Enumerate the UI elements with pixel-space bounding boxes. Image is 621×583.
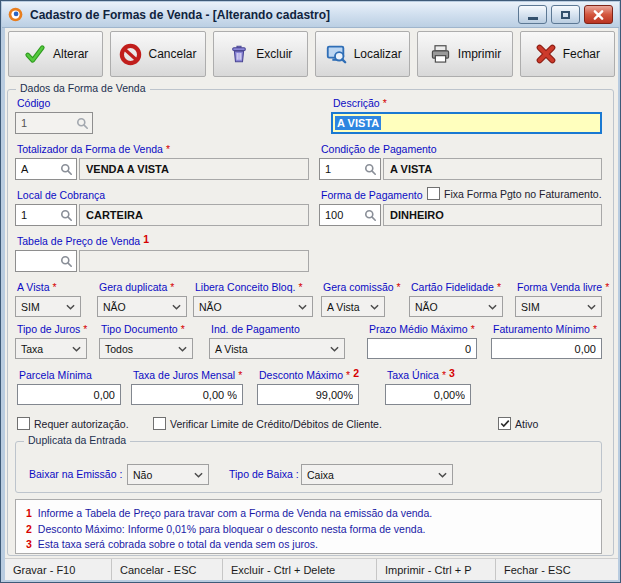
excluir-button[interactable]: Excluir bbox=[213, 31, 308, 77]
ind-pagamento-label: Ind. de Pagamento bbox=[211, 323, 300, 335]
forma-venda-livre-label: Forma Venda livre* bbox=[517, 281, 609, 293]
window-title: Cadastro de Formas de Venda - [Alterando… bbox=[30, 8, 518, 22]
chevron-down-icon bbox=[330, 346, 339, 352]
local-cobranca-desc: CARTEIRA bbox=[79, 204, 309, 226]
condicao-desc: A VISTA bbox=[383, 158, 602, 180]
tipo-juros-select[interactable]: Taxa bbox=[15, 338, 87, 359]
cancelar-button[interactable]: Cancelar bbox=[110, 31, 205, 77]
tipo-documento-label: Tipo Documento* bbox=[101, 323, 185, 335]
forma-venda-livre-select[interactable]: SIM bbox=[515, 296, 602, 317]
verificar-limite-checkbox[interactable] bbox=[153, 417, 166, 430]
maximize-button[interactable] bbox=[551, 5, 580, 24]
chevron-down-icon bbox=[178, 346, 187, 352]
verificar-limite-label: Verificar Limite de Crédito/Débitos de C… bbox=[170, 418, 382, 430]
libera-conceito-label: Libera Conceito Bloq.* bbox=[195, 281, 303, 293]
descricao-selected-text: A VISTA bbox=[335, 116, 381, 130]
descricao-input[interactable]: A VISTA bbox=[331, 112, 602, 134]
close-button[interactable] bbox=[584, 5, 613, 24]
maximize-icon bbox=[561, 11, 570, 19]
localizar-button[interactable]: Localizar bbox=[315, 31, 410, 77]
fixa-forma-checkbox[interactable] bbox=[427, 187, 440, 200]
localizar-label: Localizar bbox=[354, 47, 402, 61]
chevron-down-icon bbox=[66, 304, 75, 310]
local-cobranca-code-field[interactable]: 1 bbox=[15, 204, 77, 226]
gera-comissao-select[interactable]: A Vista bbox=[321, 296, 385, 317]
excluir-label: Excluir bbox=[256, 47, 292, 61]
ativo-label: Ativo bbox=[515, 418, 538, 430]
search-monitor-icon bbox=[324, 43, 348, 65]
status-gravar: Gravar - F10 bbox=[5, 559, 112, 580]
note-line-2: 2Desconto Máximo: Informe 0,01% para blo… bbox=[26, 522, 601, 538]
totalizador-code-field[interactable]: A bbox=[15, 158, 77, 180]
search-icon[interactable] bbox=[60, 209, 73, 222]
condicao-code: 1 bbox=[325, 163, 331, 175]
gera-duplicata-select[interactable]: NÃO bbox=[97, 296, 187, 317]
fechar-button[interactable]: Fechar bbox=[520, 31, 615, 77]
ind-pagamento-select[interactable]: A Vista bbox=[209, 338, 345, 359]
tipo-baixa-label: Tipo de Baixa : bbox=[229, 468, 299, 480]
app-logo-icon bbox=[8, 7, 23, 22]
baixar-emissao-select[interactable]: Não bbox=[127, 464, 209, 485]
faturamento-minimo-input[interactable] bbox=[491, 338, 602, 359]
tabela-preco-code-field[interactable] bbox=[15, 250, 77, 272]
chevron-down-icon bbox=[72, 346, 81, 352]
search-icon[interactable] bbox=[76, 117, 89, 130]
tipo-documento-select[interactable]: Todos bbox=[99, 338, 193, 359]
fixa-forma-label: Fixa Forma Pgto no Faturamento. bbox=[444, 188, 602, 200]
minimize-button[interactable] bbox=[518, 5, 547, 24]
condicao-code-field[interactable]: 1 bbox=[319, 158, 381, 180]
tipo-baixa-select[interactable]: Caixa bbox=[301, 464, 453, 485]
local-cobranca-label: Local de Cobrança bbox=[17, 189, 105, 201]
ativo-row: Ativo bbox=[498, 417, 538, 430]
faturamento-minimo-label: Faturamento Mínimo* bbox=[493, 323, 597, 335]
chevron-down-icon bbox=[438, 472, 447, 478]
search-icon[interactable] bbox=[364, 163, 377, 176]
fixa-forma-checkbox-row: Fixa Forma Pgto no Faturamento. bbox=[427, 187, 602, 200]
toolbar: Alterar Cancelar Excluir bbox=[8, 31, 615, 81]
chevron-down-icon bbox=[298, 304, 307, 310]
gera-comissao-label: Gera comissão* bbox=[323, 281, 401, 293]
trash-icon bbox=[228, 43, 250, 65]
search-icon[interactable] bbox=[364, 209, 377, 222]
a-vista-select[interactable]: SIM bbox=[15, 296, 81, 317]
cartao-fidelidade-select[interactable]: NÃO bbox=[409, 296, 503, 317]
imprimir-button[interactable]: Imprimir bbox=[417, 31, 512, 77]
status-imprimir: Imprimir - Ctrl + P bbox=[377, 559, 496, 580]
taxa-juros-mensal-input[interactable] bbox=[131, 384, 243, 405]
status-cancelar: Cancelar - ESC bbox=[112, 559, 223, 580]
ativo-checkbox[interactable] bbox=[498, 417, 511, 430]
cancelar-label: Cancelar bbox=[148, 47, 196, 61]
desconto-maximo-label: Desconto Máximo*2 bbox=[259, 369, 359, 381]
search-icon[interactable] bbox=[60, 163, 73, 176]
libera-conceito-select[interactable]: NÃO bbox=[193, 296, 313, 317]
parcela-minima-input[interactable] bbox=[17, 384, 121, 405]
gera-duplicata-label: Gera duplicata* bbox=[99, 281, 174, 293]
checkmark-icon bbox=[500, 419, 510, 428]
desconto-maximo-input[interactable] bbox=[257, 384, 359, 405]
app-window: Cadastro de Formas de Venda - [Alterando… bbox=[0, 0, 621, 583]
requer-autorizacao-label: Requer autorização. bbox=[34, 418, 129, 430]
prazo-medio-input[interactable] bbox=[367, 338, 477, 359]
printer-icon bbox=[429, 43, 452, 65]
alterar-button[interactable]: Alterar bbox=[8, 31, 103, 77]
requer-autorizacao-row: Requer autorização. bbox=[17, 417, 129, 430]
requer-autorizacao-checkbox[interactable] bbox=[17, 417, 30, 430]
imprimir-label: Imprimir bbox=[458, 47, 501, 61]
a-vista-label: A Vista* bbox=[17, 281, 57, 293]
cartao-fidelidade-label: Cartão Fidelidade* bbox=[411, 281, 501, 293]
search-icon[interactable] bbox=[60, 255, 73, 268]
alterar-label: Alterar bbox=[53, 47, 88, 61]
forma-pagamento-code-field[interactable]: 100 bbox=[319, 204, 381, 226]
taxa-unica-label: Taxa Única*3 bbox=[387, 369, 455, 381]
chevron-down-icon bbox=[194, 472, 203, 478]
note-line-1: 1Informe a Tabela de Preço para travar c… bbox=[26, 506, 601, 522]
baixar-emissao-label: Baixar na Emissão : bbox=[29, 468, 122, 480]
minimize-icon bbox=[528, 17, 538, 20]
totalizador-code: A bbox=[21, 163, 28, 175]
codigo-field[interactable]: 1 bbox=[15, 112, 93, 134]
taxa-unica-input[interactable] bbox=[385, 384, 471, 405]
notes-box: 1Informe a Tabela de Preço para travar c… bbox=[15, 499, 602, 554]
statusbar: Gravar - F10 Cancelar - ESC Excluir - Ct… bbox=[5, 558, 618, 580]
verificar-limite-row: Verificar Limite de Crédito/Débitos de C… bbox=[153, 417, 382, 430]
codigo-label: Código bbox=[17, 97, 50, 109]
